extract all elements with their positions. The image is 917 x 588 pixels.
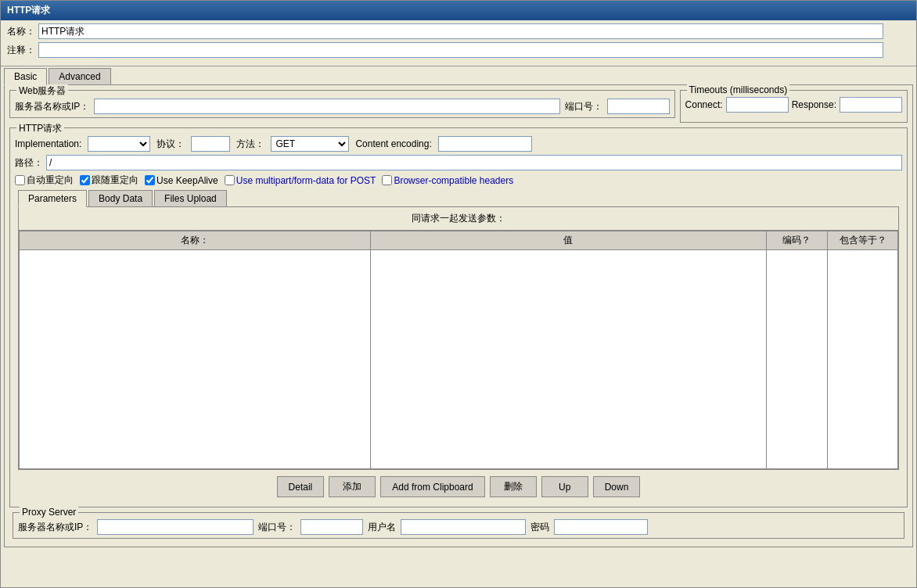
proxy-username-input[interactable] <box>401 519 526 535</box>
timeout-inner: Connect: Response: <box>685 97 902 113</box>
response-input[interactable] <box>840 97 902 113</box>
port-label: 端口号： <box>565 100 602 113</box>
proxy-server-label: 服务器名称或IP： <box>18 521 92 534</box>
add-button[interactable]: 添加 <box>329 476 376 497</box>
response-label: Response: <box>792 99 836 110</box>
col-header-name: 名称： <box>20 231 371 250</box>
delete-button[interactable]: 删除 <box>490 476 537 497</box>
follow-redirect-label[interactable]: 跟随重定向 <box>80 174 138 187</box>
up-button[interactable]: Up <box>541 476 588 497</box>
http-request-content: Implementation: 协议： 方法： GET POST PUT DEL… <box>15 136 902 504</box>
impl-label: Implementation: <box>15 138 81 149</box>
divider <box>1 66 916 66</box>
main-tab-bar: Basic Advanced <box>4 68 913 84</box>
protocol-input[interactable] <box>191 136 230 152</box>
proxy-port-input[interactable] <box>300 519 363 535</box>
path-row: 路径： <box>15 155 902 170</box>
connect-input[interactable] <box>726 97 789 113</box>
tab-body-data[interactable]: Body Data <box>88 190 153 206</box>
server-name-label: 服务器名称或IP： <box>15 100 89 113</box>
follow-redirect-text: 跟随重定向 <box>92 174 138 187</box>
server-name-row: 服务器名称或IP： 端口号： <box>15 99 670 114</box>
encoding-input[interactable] <box>438 136 532 152</box>
protocol-label: 协议： <box>156 138 185 151</box>
encoding-label: Content encoding: <box>355 138 431 149</box>
params-header-text: 同请求一起发送参数： <box>412 213 505 224</box>
impl-row: Implementation: 协议： 方法： GET POST PUT DEL… <box>15 136 902 152</box>
connect-label: Connect: <box>685 99 723 110</box>
params-header: 同请求一起发送参数： <box>19 207 898 231</box>
proxy-title: Proxy Server <box>20 507 78 518</box>
main-tab-container: Basic Advanced Web服务器 服务器名称或IP： 端口号： <box>4 68 913 547</box>
proxy-port-label: 端口号： <box>258 521 296 534</box>
title-bar: HTTP请求 <box>1 1 916 20</box>
proxy-password-input[interactable] <box>554 519 648 535</box>
path-input[interactable] <box>46 155 902 170</box>
name-row: 名称： <box>7 23 910 39</box>
button-row: Detail 添加 Add from Clipboard 删除 Up Down <box>15 470 902 504</box>
top-form: 名称： 注释： <box>1 20 916 64</box>
window-title: HTTP请求 <box>7 5 50 16</box>
auto-redirect-checkbox[interactable] <box>15 175 25 185</box>
proxy-server-section: Proxy Server 服务器名称或IP： 端口号： 用户名 密码 <box>13 512 904 539</box>
comment-row: 注释： <box>7 42 910 58</box>
multipart-label[interactable]: Use multipart/form-data for POST <box>225 175 376 186</box>
tab-files-upload[interactable]: Files Upload <box>154 190 227 206</box>
web-server-content: 服务器名称或IP： 端口号： <box>15 99 670 114</box>
keep-alive-label[interactable]: Use KeepAlive <box>145 175 218 186</box>
checkbox-row: 自动重定向 跟随重定向 Use KeepAlive Use multi <box>15 174 902 187</box>
http-request-title: HTTP请求 <box>16 122 64 135</box>
params-table-header-row: 名称： 值 编码？ 包含等于？ <box>20 231 898 250</box>
tab-parameters[interactable]: Parameters <box>18 190 87 207</box>
col-header-encode: 编码？ <box>766 231 828 250</box>
web-server-title: Web服务器 <box>16 84 68 98</box>
browser-compat-checkbox[interactable] <box>382 175 392 185</box>
auto-redirect-label[interactable]: 自动重定向 <box>15 174 74 187</box>
auto-redirect-text: 自动重定向 <box>27 174 74 187</box>
tab-basic[interactable]: Basic <box>4 68 47 85</box>
method-label: 方法： <box>236 138 264 151</box>
multipart-text: Use multipart/form-data for POST <box>236 175 376 186</box>
down-button[interactable]: Down <box>593 476 641 497</box>
comment-label: 注释： <box>7 44 38 57</box>
follow-redirect-checkbox[interactable] <box>80 175 90 185</box>
keep-alive-checkbox[interactable] <box>145 175 155 185</box>
server-name-input[interactable] <box>94 99 559 114</box>
detail-button[interactable]: Detail <box>277 476 325 497</box>
multipart-checkbox[interactable] <box>225 175 235 185</box>
timeout-title: Timeouts (milliseconds) <box>687 84 790 95</box>
impl-select[interactable] <box>88 136 150 152</box>
http-request-section: HTTP请求 Implementation: 协议： 方法： GET POS <box>9 127 908 507</box>
empty-row <box>20 250 898 469</box>
keep-alive-text: Use KeepAlive <box>156 175 218 186</box>
proxy-inner: 服务器名称或IP： 端口号： 用户名 密码 <box>18 519 899 535</box>
inner-tab-container: Parameters Body Data Files Upload 同 <box>18 190 899 470</box>
col-header-value: 值 <box>371 231 766 250</box>
main-window: HTTP请求 名称： 注释： Basic Advanced <box>0 0 917 588</box>
proxy-password-label: 密码 <box>530 521 549 534</box>
method-select[interactable]: GET POST PUT DELETE HEAD OPTIONS <box>271 136 349 152</box>
comment-input[interactable] <box>38 42 883 58</box>
path-label: 路径： <box>15 156 46 170</box>
basic-tab-content: Web服务器 服务器名称或IP： 端口号： Timeouts (millisec… <box>4 84 913 547</box>
add-clipboard-button[interactable]: Add from Clipboard <box>380 476 484 497</box>
browser-compat-label[interactable]: Browser-compatible headers <box>382 175 513 186</box>
proxy-server-input[interactable] <box>97 519 254 535</box>
port-input[interactable] <box>607 99 670 114</box>
inner-tab-bar: Parameters Body Data Files Upload <box>18 190 899 206</box>
params-table: 名称： 值 编码？ 包含等于？ <box>19 231 898 469</box>
col-header-include: 包含等于？ <box>828 231 898 250</box>
name-input[interactable] <box>38 23 883 39</box>
name-label: 名称： <box>7 25 38 38</box>
timeout-section: Timeouts (milliseconds) Connect: Respons… <box>680 90 908 123</box>
server-timeout-row: Web服务器 服务器名称或IP： 端口号： Timeouts (millisec… <box>9 90 908 123</box>
parameters-tab-content: 同请求一起发送参数： 名称： 值 编码？ 包含等于？ <box>18 206 899 470</box>
web-server-section: Web服务器 服务器名称或IP： 端口号： <box>9 90 675 118</box>
tab-advanced[interactable]: Advanced <box>49 68 110 84</box>
params-table-body <box>20 250 898 469</box>
proxy-username-label: 用户名 <box>368 521 396 534</box>
browser-compat-text: Browser-compatible headers <box>394 175 513 186</box>
